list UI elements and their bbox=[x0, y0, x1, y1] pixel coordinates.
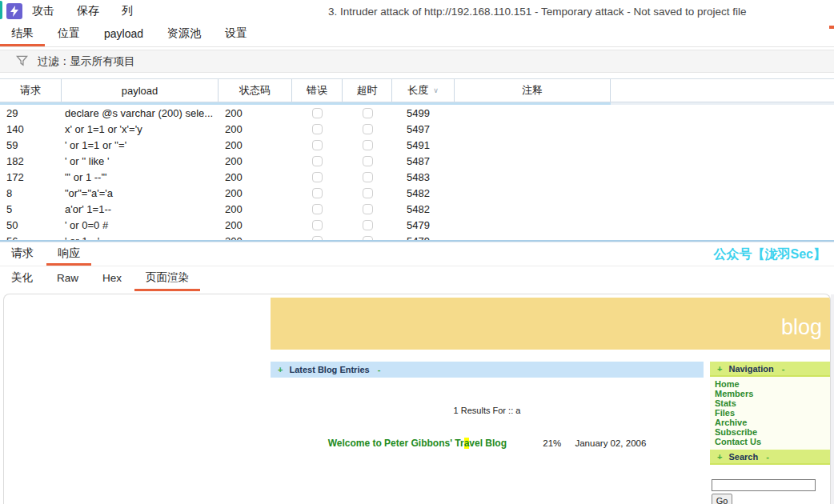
tab-positions[interactable]: 位置 bbox=[46, 22, 91, 46]
error-checkbox[interactable] bbox=[312, 188, 323, 198]
expand-icon[interactable]: + bbox=[717, 364, 722, 374]
menu-item-columns[interactable]: 列 bbox=[122, 4, 133, 18]
subtab-pretty[interactable]: 美化 bbox=[0, 266, 44, 291]
error-checkbox[interactable] bbox=[312, 204, 323, 214]
payload-cell: ' or 0=0 # bbox=[62, 217, 219, 233]
filter-bar[interactable]: 过滤：显示所有项目 bbox=[0, 50, 834, 73]
navigation-links: Home Members Stats Files Archive Subscri… bbox=[710, 377, 830, 450]
nav-link-archive[interactable]: Archive bbox=[715, 418, 830, 427]
subtab-render[interactable]: 页面渲染 bbox=[134, 266, 200, 291]
expand-icon[interactable]: + bbox=[717, 452, 722, 462]
table-row[interactable]: 8 "or"="a'='a 200 5482 bbox=[0, 185, 834, 201]
payload-cell: declare @s varchar (200) sele... bbox=[62, 105, 219, 121]
comment-cell bbox=[455, 153, 611, 169]
tab-resource-pool[interactable]: 资源池 bbox=[156, 22, 212, 46]
expand-icon[interactable]: + bbox=[278, 365, 283, 374]
search-label: Search bbox=[728, 452, 758, 462]
latest-entries-header[interactable]: + Latest Blog Entries - bbox=[271, 362, 704, 378]
status-cell: 200 bbox=[219, 121, 292, 137]
timeout-checkbox[interactable] bbox=[363, 204, 373, 214]
chevron-down-icon: ∨ bbox=[433, 86, 439, 94]
table-row[interactable]: 182 ' or '' like ' 200 5487 bbox=[0, 153, 834, 169]
request-cell: 5 bbox=[0, 201, 62, 217]
table-row[interactable]: 172 "' or 1 --'" 200 5483 bbox=[0, 169, 834, 185]
nav-link-contact-us[interactable]: Contact Us bbox=[715, 437, 830, 446]
pane-divider[interactable] bbox=[0, 240, 834, 242]
comment-cell bbox=[455, 105, 611, 121]
table-row[interactable]: 29 declare @s varchar (200) sele... 200 … bbox=[0, 105, 834, 121]
subtab-hex[interactable]: Hex bbox=[91, 266, 133, 291]
nav-link-home[interactable]: Home bbox=[715, 379, 830, 389]
nav-link-members[interactable]: Members bbox=[715, 389, 830, 398]
tab-response[interactable]: 响应 bbox=[46, 243, 91, 266]
search-input[interactable] bbox=[712, 479, 816, 491]
timeout-checkbox[interactable] bbox=[363, 124, 373, 134]
blog-banner: blog bbox=[271, 298, 830, 350]
col-header-length[interactable]: 长度∨ bbox=[392, 79, 455, 102]
entry-date: January 02, 2006 bbox=[575, 438, 646, 448]
status-cell: 200 bbox=[219, 105, 292, 121]
col-header-comment[interactable]: 注释 bbox=[455, 79, 611, 102]
collapse-icon[interactable]: - bbox=[378, 365, 381, 374]
payload-cell: "or"="a'='a bbox=[62, 185, 219, 201]
error-checkbox[interactable] bbox=[312, 172, 323, 182]
nav-link-subscribe[interactable]: Subscribe bbox=[715, 427, 830, 437]
error-checkbox[interactable] bbox=[312, 108, 323, 118]
collapse-icon[interactable]: - bbox=[766, 452, 769, 462]
tab-settings[interactable]: 设置 bbox=[214, 22, 259, 46]
menu-item-save[interactable]: 保存 bbox=[77, 4, 99, 18]
timeout-checkbox[interactable] bbox=[363, 156, 373, 166]
col-header-timeout[interactable]: 超时 bbox=[343, 79, 392, 102]
col-header-request[interactable]: 请求 bbox=[0, 79, 62, 102]
timeout-checkbox[interactable] bbox=[363, 172, 373, 182]
tab-results[interactable]: 结果 bbox=[0, 22, 45, 46]
table-row[interactable]: 140 x' or 1=1 or 'x'='y 200 5497 bbox=[0, 121, 834, 137]
nav-link-files[interactable]: Files bbox=[715, 408, 830, 418]
navigation-header[interactable]: + Navigation - bbox=[710, 362, 830, 377]
error-checkbox[interactable] bbox=[312, 124, 323, 134]
watermark-text: 公众号【泷羽Sec】 bbox=[714, 243, 826, 266]
lightning-icon bbox=[6, 3, 22, 19]
request-cell: 56 bbox=[0, 233, 62, 240]
tab-request[interactable]: 请求 bbox=[0, 243, 45, 266]
length-cell: 5483 bbox=[392, 169, 455, 185]
comment-cell bbox=[455, 201, 611, 217]
response-render-pane: blog + Latest Blog Entries - 1 Results F… bbox=[3, 294, 831, 504]
timeout-checkbox[interactable] bbox=[363, 140, 373, 150]
request-cell: 182 bbox=[0, 153, 62, 169]
col-header-payload[interactable]: payload bbox=[62, 79, 219, 102]
status-cell: 200 bbox=[219, 201, 292, 217]
collapse-icon[interactable]: - bbox=[782, 364, 785, 374]
nav-link-stats[interactable]: Stats bbox=[715, 398, 830, 408]
length-header-label: 长度 bbox=[407, 83, 428, 98]
blog-banner-title: blog bbox=[781, 307, 830, 340]
response-scrollbar[interactable] bbox=[831, 294, 834, 504]
request-cell: 140 bbox=[0, 121, 62, 137]
search-results-line: 1 Results For :: a bbox=[271, 406, 704, 415]
table-row[interactable]: 56 ' or 1 --' 200 5479 bbox=[0, 233, 834, 240]
tab-payload[interactable]: payload bbox=[93, 22, 154, 46]
timeout-checkbox[interactable] bbox=[363, 220, 373, 230]
col-header-status[interactable]: 状态码 bbox=[219, 79, 292, 102]
table-row[interactable]: 50 ' or 0=0 # 200 5479 bbox=[0, 217, 834, 233]
titlebar: 攻击 保存 列 3. Intruder attack of http://192… bbox=[0, 0, 834, 22]
request-cell: 29 bbox=[0, 105, 62, 121]
go-button[interactable]: Go bbox=[712, 494, 732, 504]
status-cell: 200 bbox=[219, 169, 292, 185]
search-header[interactable]: + Search - bbox=[710, 450, 830, 465]
error-checkbox[interactable] bbox=[312, 220, 323, 230]
table-row[interactable]: 5 a'or' 1=1-- 200 5482 bbox=[0, 201, 834, 217]
col-header-error[interactable]: 错误 bbox=[292, 79, 343, 102]
timeout-checkbox[interactable] bbox=[363, 188, 373, 198]
menu-item-attack[interactable]: 攻击 bbox=[32, 4, 54, 18]
table-row[interactable]: 59 ' or 1=1 or ''=' 200 5491 bbox=[0, 137, 834, 153]
length-cell: 5497 bbox=[392, 121, 455, 137]
payload-cell: ' or '' like ' bbox=[62, 153, 219, 169]
timeout-checkbox[interactable] bbox=[363, 108, 373, 118]
blog-entry-link[interactable]: Welcome to Peter Gibbons' Travel Blog bbox=[328, 438, 507, 449]
subtab-raw[interactable]: Raw bbox=[46, 266, 90, 291]
error-checkbox[interactable] bbox=[312, 156, 323, 166]
comment-cell bbox=[455, 169, 611, 185]
comment-cell bbox=[455, 137, 611, 153]
error-checkbox[interactable] bbox=[312, 140, 323, 150]
